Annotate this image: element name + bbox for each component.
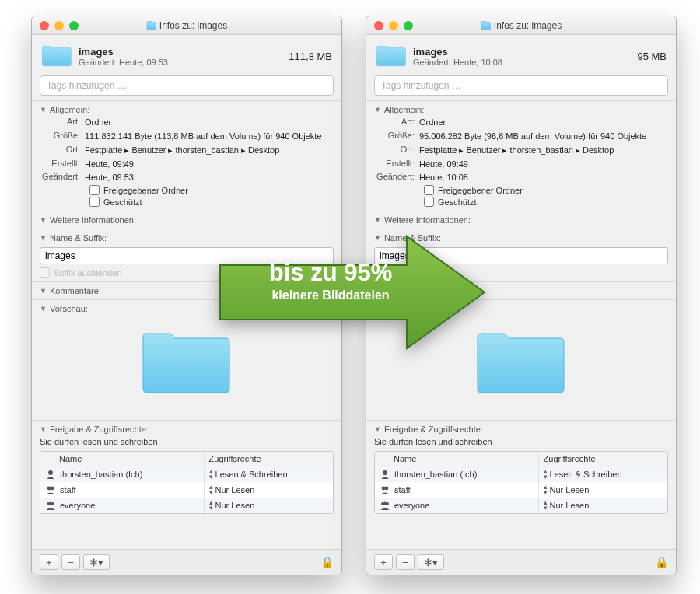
col-privilege[interactable]: Zugriffsrechte [205, 452, 333, 466]
locked-checkbox[interactable] [424, 197, 434, 207]
user-icon [45, 470, 56, 479]
permissions-summary: Sie dürfen lesen und schreiben [40, 437, 334, 446]
zoom-icon[interactable] [404, 21, 413, 30]
folder-icon [146, 20, 156, 30]
action-menu-button[interactable]: ✻▾ [418, 554, 444, 570]
stepper-icon[interactable]: ▴▾ [544, 469, 548, 480]
folder-icon [481, 20, 491, 30]
stepper-icon[interactable]: ▴▾ [209, 469, 213, 480]
tags-input[interactable] [40, 75, 334, 96]
lock-icon[interactable]: 🔒 [320, 556, 334, 568]
triangle-down-icon: ▼ [40, 216, 47, 224]
table-row[interactable]: everyone ▴▾Nur Lesen [40, 498, 333, 513]
folder-icon [376, 43, 407, 69]
titlebar[interactable]: Infos zu: images [366, 16, 676, 35]
disclosure-more[interactable]: ▼Weitere Informationen: [40, 215, 334, 225]
triangle-down-icon: ▼ [40, 287, 47, 295]
section-general: ▼Allgemein: Art:Ordner Größe:111.832.141… [32, 100, 341, 211]
window-title: Infos zu: images [159, 20, 227, 31]
table-row[interactable]: staff▴▾Nur Lesen [375, 482, 667, 498]
folder-icon [41, 43, 72, 69]
footer-toolbar: + − ✻▾ 🔒 [366, 549, 676, 575]
table-row[interactable]: thorsten_bastian (Ich) ▴▾Lesen & Schreib… [40, 466, 333, 482]
everyone-icon [380, 501, 390, 510]
disclosure-general[interactable]: ▼Allgemein: [40, 105, 334, 114]
remove-button[interactable]: − [61, 554, 80, 570]
stepper-icon[interactable]: ▴▾ [544, 484, 548, 495]
close-icon[interactable] [40, 21, 49, 30]
add-button[interactable]: + [40, 554, 58, 570]
group-icon [380, 485, 390, 494]
folder-icon [474, 324, 568, 402]
section-permissions: ▼Freigabe & Zugriffsrechte: Sie dürfen l… [32, 420, 341, 518]
tags-input[interactable] [374, 75, 668, 96]
disclosure-permissions[interactable]: ▼Freigabe & Zugriffsrechte: [374, 425, 668, 434]
add-button[interactable]: + [374, 554, 393, 570]
size-label: 111,8 MB [289, 51, 332, 62]
user-icon [380, 470, 390, 479]
action-menu-button[interactable]: ✻▾ [83, 554, 110, 570]
titlebar[interactable]: Infos zu: images [32, 16, 341, 35]
item-name: images [413, 46, 637, 58]
window-title: Infos zu: images [494, 20, 562, 31]
modified-value: Heute, 09:53 [85, 172, 334, 183]
kind-value: Ordner [85, 117, 334, 128]
disclosure-general[interactable]: ▼Allgemein: [374, 105, 668, 114]
everyone-icon [45, 501, 56, 510]
header: images Geändert: Heute, 10:08 95 MB [366, 35, 676, 75]
triangle-down-icon: ▼ [40, 425, 47, 433]
disclosure-more[interactable]: ▼Weitere Informationen: [374, 215, 668, 225]
triangle-down-icon: ▼ [40, 234, 47, 242]
arrow-text: bis zu 95% kleinere Bilddateien [233, 259, 428, 302]
close-icon[interactable] [374, 21, 383, 30]
hide-suffix-checkbox [40, 267, 50, 278]
permissions-table: Name Zugriffsrechte thorsten_bastian (Ic… [374, 451, 668, 514]
triangle-down-icon: ▼ [374, 106, 381, 114]
modified-label: Geändert: Heute, 10:08 [413, 58, 637, 67]
table-row[interactable]: staff ▴▾Nur Lesen [40, 482, 333, 498]
modified-label: Geändert: Heute, 09:53 [79, 58, 289, 67]
disclosure-permissions[interactable]: ▼Freigabe & Zugriffsrechte: [40, 425, 334, 434]
footer-toolbar: + − ✻▾ 🔒 [32, 549, 341, 575]
triangle-down-icon: ▼ [40, 305, 47, 313]
lock-icon[interactable]: 🔒 [655, 556, 668, 568]
section-more: ▼Weitere Informationen: [32, 211, 341, 229]
table-row[interactable]: thorsten_bastian (Ich)▴▾Lesen & Schreibe… [375, 466, 667, 482]
size-value: 111.832.141 Byte (113,8 MB auf dem Volum… [85, 131, 334, 142]
minimize-icon[interactable] [54, 21, 64, 30]
stepper-icon[interactable]: ▴▾ [209, 500, 213, 511]
shared-folder-checkbox[interactable] [424, 185, 434, 195]
col-name[interactable]: Name [40, 452, 205, 466]
stepper-icon[interactable]: ▴▾ [544, 500, 548, 511]
header: images Geändert: Heute, 09:53 111,8 MB [32, 35, 341, 75]
group-icon [45, 485, 56, 494]
triangle-down-icon: ▼ [374, 216, 381, 224]
where-value: Festplatte ▸ Benutzer ▸ thorsten_bastian… [85, 145, 334, 156]
stepper-icon[interactable]: ▴▾ [209, 484, 213, 495]
locked-checkbox[interactable] [89, 197, 100, 207]
size-label: 95 MB [637, 51, 667, 62]
permissions-table: Name Zugriffsrechte thorsten_bastian (Ic… [40, 451, 334, 514]
table-row[interactable]: everyone▴▾Nur Lesen [375, 498, 667, 513]
zoom-icon[interactable] [69, 21, 79, 30]
minimize-icon[interactable] [389, 21, 398, 30]
remove-button[interactable]: − [396, 554, 415, 570]
item-name: images [79, 46, 289, 58]
triangle-down-icon: ▼ [374, 425, 381, 433]
shared-folder-checkbox[interactable] [89, 185, 100, 195]
triangle-down-icon: ▼ [40, 106, 47, 114]
created-value: Heute, 09:49 [85, 159, 334, 170]
